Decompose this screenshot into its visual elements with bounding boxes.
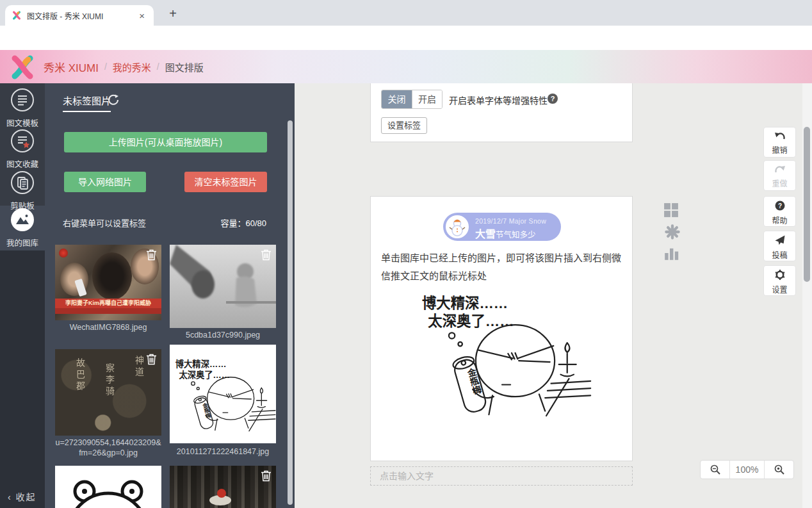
breadcrumb-brand[interactable]: 秀米 XIUMI (44, 59, 99, 75)
delete-trash-icon[interactable] (261, 249, 272, 261)
image-library-panel: 未标签图片 上传图片(可从桌面拖放图片) 导入网络图片 清空未标签图片 右键菜单… (45, 83, 295, 508)
bar-chart-icon[interactable] (664, 245, 679, 261)
sidebar-item-gallery[interactable]: 我的图库 (0, 208, 45, 249)
cartoon-thumb-art (170, 345, 276, 443)
article-paragraph[interactable]: 单击图库中已经上传的图片，即可将该图片插入到右侧微信推文正文的鼠标光标处 (381, 249, 624, 285)
sidebar-item-label: 图文收藏 (0, 158, 45, 170)
canvas-zoom-control: 100% (700, 460, 794, 479)
breadcrumb-current: 图文排版 (165, 60, 204, 74)
thumbnail-filename: 201011271222461847.jpg (170, 447, 276, 457)
breadcrumb-separator: / (104, 61, 107, 72)
submit-label: 投稿 (764, 249, 795, 260)
news-logo-art (59, 249, 68, 258)
editor-settings-card: 关闭 开启 开启表单字体等增强特性 ? 设置标签 (370, 83, 633, 142)
thumbnail-filename: u=2723090554,1644023209&fm=26&gp=0.jpg (55, 438, 161, 458)
collapse-panel-button[interactable]: ‹ 收起 (8, 490, 37, 503)
layout-grid-icon[interactable] (663, 202, 679, 218)
favorites-star-doc-icon (10, 129, 35, 153)
badge-date: 2019/12/7 Major Snow (475, 217, 546, 225)
browser-tabstrip: 图文排版 - 秀米 XIUMI × + (0, 0, 812, 26)
delete-trash-icon[interactable] (261, 470, 272, 482)
delete-trash-icon[interactable] (146, 353, 157, 365)
page-scrollbar-thumb[interactable] (804, 127, 810, 282)
zoom-out-icon (710, 464, 720, 475)
tab-untagged-images[interactable]: 未标签图片 (63, 94, 111, 112)
help-button[interactable]: ? 帮助 (763, 196, 796, 227)
sidebar-item-favorites[interactable]: 图文收藏 (0, 129, 45, 170)
collapse-label: 收起 (16, 492, 37, 502)
sidebar-item-label: 我的图库 (0, 236, 45, 249)
thumbnail-image[interactable]: 故巴郡 察李骑 神道 (55, 349, 161, 436)
decoration-asterisk-icon[interactable] (665, 224, 680, 240)
news-ticker-art (55, 308, 161, 314)
sidebar-item-templates[interactable]: 图文模板 (0, 88, 45, 129)
thumbnail-image[interactable] (170, 245, 276, 328)
gallery-image-icon (10, 208, 35, 232)
undo-label: 撤销 (764, 144, 795, 155)
tab-close-icon[interactable]: × (136, 10, 147, 21)
editor-canvas: 关闭 开启 开启表单字体等增强特性 ? 设置标签 (295, 83, 812, 508)
zoom-in-button[interactable] (764, 461, 793, 479)
settings-button[interactable]: 设置 (763, 265, 796, 296)
breadcrumb-my-xiumi[interactable]: 我的秀米 (113, 60, 151, 74)
browser-tab[interactable]: 图文排版 - 秀米 XIUMI × (5, 5, 154, 26)
refresh-icon[interactable] (108, 94, 119, 106)
badge-title: 大雪节气知多少 (475, 225, 536, 241)
toggle-off-button[interactable]: 关闭 (382, 90, 412, 108)
app-header: 秀米 XIUMI / 我的秀米 / 图文排版 (0, 50, 812, 83)
news-face-art (92, 252, 132, 300)
sidebar-item-clipboard[interactable]: 剪贴板 (0, 170, 45, 211)
thumbnail-image[interactable]: 李阳妻子Kim再曝自己遭李阳威胁 (55, 245, 161, 320)
capacity-counter: 容量：60/80 (220, 217, 266, 229)
undo-button[interactable]: 撤销 (763, 127, 796, 158)
stone-inscription-text: 察李骑 (102, 363, 115, 398)
gear-icon (775, 270, 785, 280)
badge-title-strong: 大雪 (475, 229, 496, 240)
thumbnail-image[interactable] (55, 466, 161, 508)
help-question-icon[interactable]: ? (548, 94, 558, 104)
tab-title: 图文排版 - 秀米 XIUMI (27, 10, 136, 21)
snowman-icon (446, 215, 469, 238)
clipboard-icon (10, 170, 35, 195)
settings-label: 设置 (764, 284, 795, 295)
upload-image-button[interactable]: 上传图片(可从桌面拖放图片) (64, 132, 267, 152)
left-icon-rail: 图文模板 图文收藏 剪贴板 我的图库 (0, 83, 45, 508)
chevron-left-icon: ‹ (8, 492, 12, 502)
sidebar-item-label: 图文模板 (0, 117, 45, 129)
thumbnail-image[interactable] (170, 345, 276, 443)
page-scrollbar-track[interactable] (802, 83, 812, 508)
right-click-hint: 右键菜单可以设置标签 (63, 217, 146, 229)
stone-inscription-text: 神道 (132, 356, 145, 379)
browser-toolbar: ← → xiumi.us/studio/v5#/paper/for/new/cu… (0, 26, 812, 50)
redo-button[interactable]: 重做 (763, 160, 796, 191)
panel-scrollbar-thumb[interactable] (288, 120, 293, 505)
import-web-image-button[interactable]: 导入网络图片 (64, 172, 146, 192)
new-tab-button[interactable]: + (164, 5, 182, 23)
forest-rider-art (217, 489, 226, 498)
stone-inscription-text: 故巴郡 (73, 358, 86, 393)
submit-button[interactable]: 投稿 (763, 231, 796, 261)
solar-term-badge[interactable]: 2019/12/7 Major Snow 大雪节气知多少 (443, 213, 561, 241)
zoom-out-button[interactable] (701, 461, 730, 479)
help-label: 帮助 (764, 215, 795, 225)
zoom-level-value[interactable]: 100% (730, 461, 764, 479)
zoom-in-icon (774, 464, 784, 475)
article-content-card: 2019/12/7 Major Snow 大雪节气知多少 单击图库中已经上传的图… (370, 196, 633, 461)
toggle-on-button[interactable]: 开启 (412, 90, 442, 108)
text-input-placeholder[interactable]: 点击输入文字 (370, 466, 633, 486)
badge-title-rest: 节气知多少 (496, 231, 536, 240)
xiumi-favicon (12, 10, 22, 20)
thumbnail-image[interactable] (170, 466, 276, 508)
redo-arrow-icon (774, 165, 786, 174)
thumbnail-filename: WechatIMG7868.jpeg (55, 323, 161, 333)
breadcrumb-separator: / (157, 61, 159, 72)
article-cartoon-image[interactable] (412, 288, 592, 419)
clear-untagged-button[interactable]: 清空未标签图片 (184, 172, 267, 192)
thumbnail-filename: 5cdba1d37c990.jpeg (170, 331, 276, 341)
paper-plane-icon (775, 235, 785, 245)
undo-arrow-icon (774, 132, 786, 140)
delete-trash-icon[interactable] (146, 249, 157, 261)
set-tag-button[interactable]: 设置标签 (381, 117, 427, 134)
xiumi-logo[interactable] (8, 53, 37, 81)
help-circle-icon: ? (775, 201, 785, 211)
